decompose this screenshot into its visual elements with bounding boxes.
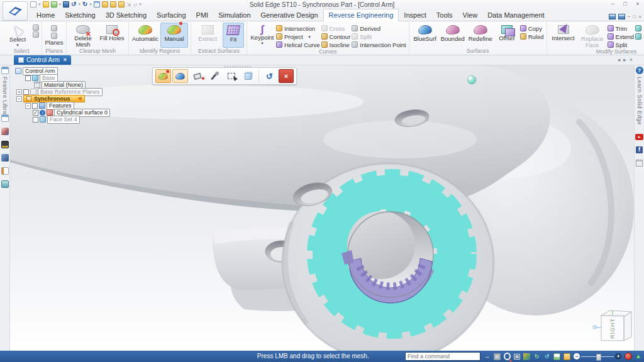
planes-button[interactable]: Planes (45, 23, 64, 48)
helical-curve-item[interactable]: Helical Curve (276, 41, 320, 48)
doc-minimize-button[interactable]: − (628, 14, 631, 19)
tab-tools[interactable]: Tools (431, 9, 458, 21)
copy-item[interactable]: Copy (520, 25, 544, 32)
base-checkbox[interactable] (25, 75, 31, 81)
zoom-slider-handle[interactable] (596, 354, 601, 361)
panel-window-icon[interactable] (1, 114, 9, 122)
fence-select-button[interactable] (223, 69, 239, 83)
redo-icon[interactable]: ↻ (82, 1, 87, 8)
feature-library-strip[interactable]: Feature Library (0, 65, 10, 351)
youtube-icon[interactable]: ▸ (635, 134, 643, 140)
record-button[interactable] (625, 353, 632, 360)
bounded-button[interactable]: Bounded (440, 23, 466, 48)
image-panel-icon[interactable] (1, 154, 9, 162)
zoom-in-button[interactable]: + (615, 353, 621, 359)
intersect-button[interactable]: Intersect (550, 23, 577, 48)
ref-planes-checkbox[interactable] (23, 89, 29, 95)
isocline-item[interactable]: Isocline (321, 41, 351, 48)
zoom-out-button[interactable]: − (574, 353, 580, 359)
automatic-button[interactable]: Automatic (131, 23, 159, 48)
style-icon-1[interactable] (102, 1, 108, 8)
offset-button[interactable]: Offset (495, 23, 519, 48)
undo-icon[interactable]: ↺ (71, 1, 76, 8)
expand-icon[interactable]: + (16, 89, 22, 95)
zoom-slider-track[interactable] (581, 356, 614, 357)
contour-item[interactable]: Contour (321, 33, 351, 40)
learn-solid-edge-strip[interactable]: ? Learn Solid Edge ▸ f (634, 65, 644, 351)
tree-item-cylindrical-surface[interactable]: ✓ i Cylindrical surface 0 (33, 109, 110, 116)
spin-view-icon[interactable]: ↺ (543, 353, 550, 360)
common-views-icon[interactable] (553, 353, 560, 360)
keypoint-dropdown-icon[interactable]: ▾ (261, 41, 264, 45)
collapse-icon[interactable]: − (16, 96, 22, 102)
paint-regions-button[interactable] (155, 69, 171, 83)
tree-item-face-set[interactable]: Face Set 4 (33, 116, 110, 123)
features-checkbox[interactable] (32, 103, 38, 109)
bounding-box-button[interactable] (240, 69, 256, 83)
select-button[interactable]: Select ▾ (4, 23, 31, 48)
delete-mesh-button[interactable]: Delete Mesh (69, 23, 97, 48)
document-tab-control-arm[interactable]: Control Arm × (14, 55, 71, 65)
tab-data-management[interactable]: Data Management (482, 9, 550, 21)
cyl-surface-checkbox[interactable]: ✓ (33, 110, 38, 116)
save-icon[interactable] (63, 1, 69, 8)
tree-item-material[interactable]: Material (None) (34, 82, 110, 88)
fit-view-icon[interactable] (514, 354, 520, 359)
qat-dropdown-icon[interactable]: ▾ (139, 2, 142, 7)
table-panel-icon[interactable] (1, 167, 9, 175)
tab-list-close-icon[interactable]: × (630, 57, 633, 63)
project-item[interactable]: Project ▾ (276, 33, 320, 40)
redo-dropdown-icon[interactable]: ▾ (89, 2, 92, 7)
undo-region-button[interactable]: ↺ (262, 69, 277, 83)
cascade-windows-icon[interactable] (609, 14, 616, 19)
tab-surfacing[interactable]: Surfacing (152, 9, 191, 21)
playback-panel-icon[interactable] (1, 141, 9, 148)
tab-scroll-back-icon[interactable]: ◂ (618, 57, 621, 63)
feature-library-icon[interactable] (1, 67, 9, 74)
fit-button[interactable]: Fit (223, 23, 244, 48)
maximize-button[interactable]: □ (621, 1, 629, 8)
close-button[interactable]: × (634, 1, 641, 8)
intersection-point-item[interactable]: Intersection Point (352, 41, 406, 48)
stitched-item[interactable]: Stitched ▾ (635, 25, 644, 32)
tab-view[interactable]: View (458, 9, 483, 21)
face-set-checkbox[interactable] (33, 117, 38, 123)
parting-split-item[interactable]: Parting Split ▾ (635, 33, 644, 40)
brush-select-button[interactable] (172, 69, 188, 83)
tab-reverse-engineering[interactable]: Reverse Engineering (323, 9, 399, 21)
tree-item-base[interactable]: Base (25, 75, 110, 81)
eyedropper-button[interactable] (206, 69, 222, 83)
screenshot-icon[interactable] (494, 353, 501, 360)
community-icon[interactable] (636, 160, 643, 167)
help-icon[interactable]: ? (636, 67, 643, 74)
pan-icon[interactable] (523, 353, 530, 360)
open-icon[interactable] (43, 1, 49, 8)
layers-panel-icon[interactable] (1, 180, 9, 188)
style-icon-3[interactable] (118, 1, 125, 8)
doc-restore-button[interactable]: □ (633, 14, 636, 19)
tree-item-synchronous[interactable]: − Synchronous ◀ (16, 96, 110, 102)
tab-scroll-forward-icon[interactable]: ▸ (623, 57, 626, 63)
view-grid-icon[interactable] (94, 1, 100, 8)
tab-home[interactable]: Home (31, 9, 60, 21)
derived-item[interactable]: Derived (352, 25, 406, 32)
tab-generative-design[interactable]: Generative Design (256, 9, 323, 21)
project-dropdown-icon[interactable]: ▾ (308, 35, 311, 39)
zoom-icon[interactable] (504, 353, 511, 360)
select-box-icon[interactable] (33, 31, 39, 38)
tree-item-root[interactable]: Control Arm (15, 68, 110, 74)
keypoint-button[interactable]: ∫ Keypoint ▾ (250, 23, 275, 48)
app-button[interactable] (3, 1, 28, 21)
tab-pmi[interactable]: PMI (191, 9, 214, 21)
select-filter-icon[interactable] (33, 25, 39, 31)
tab-3d-sketching[interactable]: 3D Sketching (101, 9, 152, 21)
tree-item-features[interactable]: − Features (25, 102, 110, 109)
zoom-slider[interactable]: − + (574, 353, 621, 359)
command-arrow-icon[interactable]: → (484, 353, 491, 360)
model-viewport[interactable]: RIGHT ↺ × Control Arm (10, 65, 634, 351)
facebook-icon[interactable]: f (636, 146, 643, 153)
open-dropdown-icon[interactable]: ▾ (59, 2, 62, 7)
trim-item[interactable]: Trim (608, 25, 635, 32)
import-icon[interactable] (51, 1, 57, 8)
paint-fill-button[interactable] (189, 69, 205, 83)
